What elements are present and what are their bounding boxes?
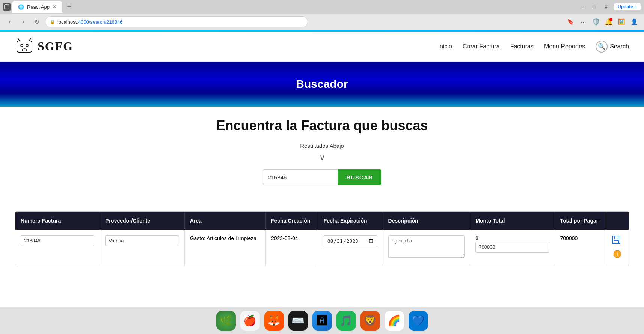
new-tab-button[interactable]: + (64, 2, 74, 12)
share-icon[interactable]: ⋯ (578, 17, 588, 27)
nav-search[interactable]: 🔍 Search (596, 41, 629, 53)
cell-numero-factura (15, 230, 100, 266)
svg-line-6 (29, 38, 31, 41)
profile-icon[interactable]: 👤 (629, 17, 639, 27)
svg-rect-0 (5, 5, 9, 9)
total-por-pagar-text: 700000 (560, 235, 578, 241)
fecha-creacion-text: 2023-08-04 (271, 235, 298, 241)
logo-text: SGFG (38, 39, 73, 53)
security-lock-icon: 🔒 (50, 20, 55, 24)
col-numero-factura: Numero Factura (15, 212, 100, 230)
update-button[interactable]: Update ≡ (614, 3, 641, 11)
currency-symbol: ₡ (475, 235, 549, 241)
tab-title: React App (27, 4, 50, 10)
vscode-icon[interactable]: 💙 (409, 311, 428, 331)
tab-bar: 🌐 React App ✕ + ─ □ ✕ Update ≡ (0, 0, 644, 14)
cell-total-por-pagar: 700000 (555, 230, 606, 266)
col-fecha-expiracion: Fecha Expiración (318, 212, 383, 230)
results-table: Numero Factura Proveedor/Cliente Area Fe… (15, 212, 629, 266)
logo-area: SGFG (15, 37, 73, 56)
cell-actions: i (606, 230, 629, 266)
chevron-down-icon: ∨ (15, 153, 629, 162)
hero-title: Buscador (296, 78, 348, 90)
main-section: Encuentra la Factura que buscas Resultad… (0, 107, 644, 211)
results-table-container: Numero Factura Proveedor/Cliente Area Fe… (15, 211, 629, 266)
cell-monto-total: ₡ (470, 230, 555, 266)
buscar-button[interactable]: BUSCAR (338, 169, 381, 185)
nav-links: Inicio Crear Factura Facturas Menu Repor… (438, 41, 629, 53)
launchpad-icon[interactable]: 🍎 (240, 311, 260, 331)
spotify-icon[interactable]: 🎵 (336, 311, 356, 331)
chrome-icon[interactable]: 🌈 (385, 311, 404, 331)
save-button[interactable] (612, 235, 621, 247)
table-header: Numero Factura Proveedor/Cliente Area Fe… (15, 212, 629, 230)
extensions-icon[interactable]: 🖼️ (616, 17, 627, 27)
window-minimize-button[interactable]: ─ (578, 2, 587, 11)
descripcion-textarea[interactable] (388, 235, 465, 258)
monto-total-input[interactable] (475, 242, 549, 253)
tab-close-button[interactable]: ✕ (53, 4, 56, 9)
nav-forward-button[interactable]: › (18, 17, 29, 27)
hero-banner: Buscador (0, 62, 644, 107)
cell-area: Gasto: Articulos de Limpieza (184, 230, 265, 266)
app-content: SGFG Inicio Crear Factura Facturas Menu … (0, 32, 644, 302)
search-input[interactable] (263, 169, 338, 185)
page-title: Encuentra la Factura que buscas (15, 118, 629, 134)
url-display: localhost:4000/search/216846 (57, 19, 122, 25)
window-maximize-button[interactable]: □ (590, 2, 599, 11)
nav-inicio[interactable]: Inicio (438, 43, 452, 50)
nav-crear-factura[interactable]: Crear Factura (463, 43, 500, 50)
info-button[interactable]: i (613, 250, 622, 261)
svg-rect-9 (614, 236, 618, 239)
proveedor-cliente-input[interactable] (105, 235, 179, 246)
svg-rect-10 (614, 240, 618, 243)
browser-brand-icon (3, 3, 11, 11)
col-monto-total: Monto Total (470, 212, 555, 230)
col-fecha-creacion: Fecha Creación (265, 212, 318, 230)
svg-point-7 (22, 49, 27, 51)
svg-text:i: i (617, 251, 618, 257)
firefox-icon[interactable]: 🦊 (264, 311, 284, 331)
nav-menu-reportes[interactable]: Menu Reportes (544, 43, 585, 50)
col-descripcion: Descripción (383, 212, 470, 230)
nav-facturas[interactable]: Facturas (510, 43, 534, 50)
col-total-por-pagar: Total por Pagar (555, 212, 606, 230)
col-actions (606, 212, 629, 230)
toolbar-right: 🔖 ⋯ 🛡️ 🔔 🖼️ 👤 (565, 17, 639, 27)
search-label[interactable]: Search (610, 43, 629, 50)
cell-descripcion (383, 230, 470, 266)
browser-chrome: 🌐 React App ✕ + ─ □ ✕ Update ≡ ‹ › ↻ 🔒 l… (0, 0, 644, 30)
cell-fecha-expiracion (318, 230, 383, 266)
appstore-icon[interactable]: 🅰 (312, 311, 332, 331)
brave-icon[interactable]: 🦁 (360, 311, 380, 331)
svg-point-4 (26, 44, 28, 47)
logo-image (15, 37, 34, 56)
col-proveedor-cliente: Proveedor/Cliente (100, 212, 184, 230)
bookmark-icon[interactable]: 🔖 (565, 17, 576, 27)
finder-icon[interactable]: 🌿 (216, 311, 236, 331)
svg-point-3 (21, 44, 23, 47)
window-controls: ─ □ ✕ Update ≡ (578, 2, 641, 11)
numero-factura-input[interactable] (21, 235, 94, 246)
address-bar-row: ‹ › ↻ 🔒 localhost:4000/search/216846 🔖 ⋯… (0, 14, 644, 30)
results-label: Resultados Abajo (15, 143, 629, 149)
tab-favicon: 🌐 (18, 4, 24, 10)
address-bar[interactable]: 🔒 localhost:4000/search/216846 (45, 16, 308, 27)
fecha-expiracion-input[interactable] (324, 235, 377, 247)
svg-rect-2 (17, 41, 32, 52)
svg-line-5 (18, 38, 20, 41)
table-row: Gasto: Articulos de Limpieza 2023-08-04 … (15, 230, 629, 266)
area-text: Gasto: Articulos de Limpieza (190, 235, 256, 241)
terminal-icon[interactable]: ⌨️ (288, 311, 308, 331)
brave-shield-icon[interactable]: 🛡️ (591, 17, 601, 27)
col-area: Area (184, 212, 265, 230)
search-row: BUSCAR (15, 169, 629, 185)
window-close-button[interactable]: ✕ (602, 2, 611, 11)
nav-reload-button[interactable]: ↻ (32, 17, 42, 27)
search-icon[interactable]: 🔍 (596, 41, 608, 53)
notification-icon[interactable]: 🔔 (603, 17, 614, 27)
navbar: SGFG Inicio Crear Factura Facturas Menu … (0, 32, 644, 62)
cell-proveedor-cliente (100, 230, 184, 266)
nav-back-button[interactable]: ‹ (5, 17, 15, 27)
active-tab[interactable]: 🌐 React App ✕ (12, 1, 62, 13)
